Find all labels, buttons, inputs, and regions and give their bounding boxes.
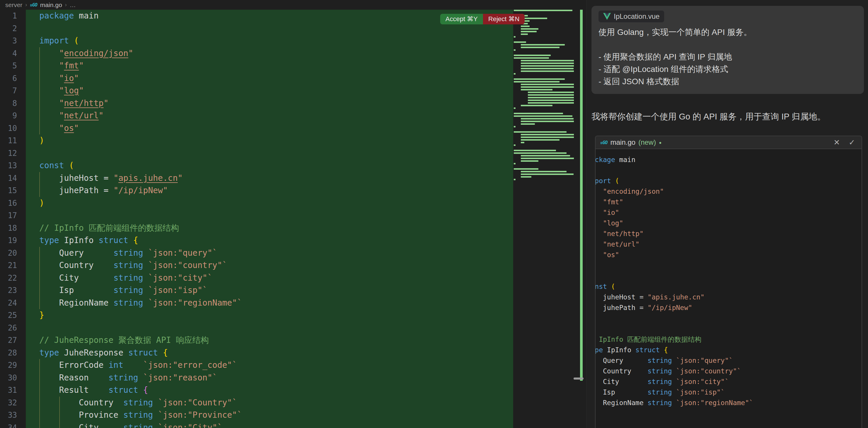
- code-text: Result struct {: [26, 384, 513, 397]
- line-number: 23: [0, 284, 26, 297]
- code-line: 14 juheHost = "apis.juhe.cn": [0, 172, 587, 184]
- minimap-row: [514, 41, 574, 44]
- minimap-row: [514, 73, 574, 76]
- generated-code-card: GO main.go (new) ● ✕ ✓ package mainimpor…: [595, 136, 862, 428]
- code-line-content: City string `json:"City"`: [26, 422, 513, 428]
- chat-code-line: [596, 323, 862, 334]
- code-line-content: import (: [26, 35, 513, 47]
- code-card-body[interactable]: package mainimport ( "encoding/json" "fm…: [596, 149, 862, 428]
- indent-guide: [39, 284, 40, 297]
- minimap-row: [514, 94, 574, 97]
- code-line: 17: [0, 209, 587, 222]
- minimap-row: [514, 105, 574, 108]
- indent-guide: [59, 422, 60, 428]
- vue-logo-icon: [603, 13, 611, 20]
- scrollbar-overview-ruler[interactable]: [574, 10, 585, 428]
- indent-guide: [39, 297, 40, 309]
- minimap-row: [514, 123, 574, 126]
- code-line-content: Reason string `json:"reason"`: [26, 372, 513, 384]
- user-message-line: - 适配 @IpLocation 组件的请求格式: [598, 63, 857, 75]
- code-text: Query string `json:"query"`: [26, 247, 513, 259]
- minimap-row: [514, 147, 574, 150]
- line-number: 24: [0, 297, 26, 309]
- line-number: 12: [0, 147, 26, 160]
- user-message-body: 使用 Golang，实现一个简单的 API 服务。- 使用聚合数据的 API 查…: [598, 26, 857, 87]
- code-line: 16): [0, 197, 587, 209]
- code-line: 33 Province string `json:"Province"`: [0, 409, 587, 422]
- indent-guide: [39, 184, 40, 197]
- line-number: 33: [0, 409, 26, 422]
- minimap-line-bar: [521, 158, 574, 159]
- line-number: 17: [0, 209, 26, 222]
- minimap-row: [514, 65, 574, 68]
- chat-code-line: const (: [596, 281, 862, 292]
- file-attachment-chip[interactable]: IpLocation.vue: [598, 10, 664, 22]
- chat-code-line: package main: [596, 154, 862, 165]
- unsaved-dot-icon: ●: [659, 140, 661, 145]
- chat-code-line: City string `json:"city"`: [596, 376, 862, 387]
- minimap-row: [514, 126, 574, 129]
- line-number: 2: [0, 22, 26, 35]
- minimap-row: [514, 102, 574, 105]
- code-line: 19type IpInfo struct {: [0, 234, 587, 247]
- code-text: }: [26, 309, 513, 322]
- reject-file-icon[interactable]: ✕: [833, 138, 840, 147]
- minimap-line-bar: [521, 89, 553, 90]
- minimap-row: [514, 158, 574, 160]
- minimap-line-bar: [521, 134, 574, 135]
- minimap-row: [514, 70, 574, 73]
- code-line-content: Country string `json:"country"`: [26, 259, 513, 272]
- breadcrumb-file[interactable]: main.go: [40, 1, 62, 8]
- user-message-line: - 返回 JSON 格式数据: [598, 76, 857, 87]
- minimap-line-bar: [514, 55, 551, 56]
- chat-code-line: "io": [596, 207, 862, 218]
- indent-guide: [39, 384, 40, 397]
- minimap-row: [514, 57, 574, 60]
- minimap-line-bar: [521, 142, 524, 143]
- indent-guide: [59, 409, 60, 422]
- minimap-line-bar: [514, 81, 559, 83]
- code-line-content: [26, 147, 513, 160]
- user-message-card: IpLocation.vue 使用 Golang，实现一个简单的 API 服务。…: [591, 6, 864, 94]
- minimap-row: [514, 163, 574, 166]
- accept-file-icon[interactable]: ✓: [849, 138, 855, 147]
- code-text: type IpInfo struct {: [26, 234, 513, 247]
- code-text: "fmt": [26, 60, 513, 72]
- breadcrumb-more[interactable]: …: [70, 1, 76, 8]
- minimap-row: [514, 108, 574, 110]
- minimap-row: [514, 78, 574, 81]
- accept-button[interactable]: Accept ⌘Y: [440, 14, 483, 24]
- minimap[interactable]: [514, 10, 574, 428]
- minimap-row: [514, 81, 574, 84]
- minimap-row: [514, 173, 574, 176]
- code-editor[interactable]: 1package main23import (4 "encoding/json"…: [0, 10, 587, 428]
- minimap-line-bar: [521, 26, 530, 27]
- code-text: ): [26, 135, 513, 147]
- code-line: 11): [0, 135, 587, 147]
- code-line: 21 Country string `json:"country"`: [0, 259, 587, 272]
- minimap-line-bar: [521, 105, 553, 106]
- code-text: import (: [26, 35, 513, 47]
- code-line-content: "io": [26, 72, 513, 85]
- minimap-line-bar: [528, 102, 574, 104]
- minimap-row: [514, 129, 574, 131]
- code-line: 34 City string `json:"City"`: [0, 422, 587, 428]
- code-text: "io": [26, 72, 513, 85]
- code-line-content: Country string `json:"Country"`: [26, 397, 513, 409]
- code-line: 20 Query string `json:"query"`: [0, 247, 587, 259]
- scrollbar-thumb[interactable]: [574, 377, 584, 379]
- code-text: Reason string `json:"reason"`: [26, 372, 513, 384]
- code-line-content: juheHost = "apis.juhe.cn": [26, 172, 513, 184]
- code-line: 3import (: [0, 35, 587, 47]
- breadcrumb-project[interactable]: server: [5, 1, 22, 8]
- chat-code-line: "net/url": [596, 239, 862, 250]
- code-line-content: ): [26, 197, 513, 209]
- minimap-row: [514, 84, 574, 86]
- minimap-row: [514, 92, 574, 94]
- reject-button[interactable]: Reject ⌘N: [483, 14, 525, 24]
- diff-added-overview-stripe: [580, 10, 583, 381]
- chat-code-line: import (: [596, 175, 862, 186]
- minimap-row: [514, 68, 574, 70]
- breadcrumb[interactable]: server › GO main.go › …: [0, 0, 587, 10]
- minimap-row: [514, 60, 574, 62]
